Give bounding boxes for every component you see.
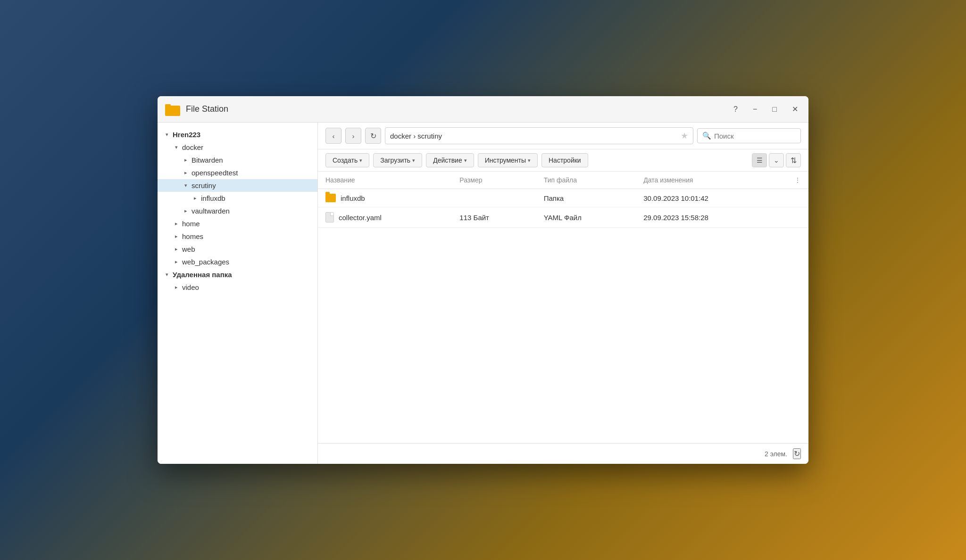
main-content: ▾Hren223▾docker▸Bitwarden▸openspeedtest▾… bbox=[158, 123, 808, 464]
favorite-star[interactable]: ★ bbox=[681, 131, 688, 141]
file-more[interactable] bbox=[787, 189, 808, 207]
upload-label: Загрузить bbox=[380, 156, 410, 164]
file-panel: ‹ › ↻ docker › scrutiny ★ 🔍 Создать ▾ bbox=[318, 123, 808, 464]
tools-caret: ▾ bbox=[528, 157, 531, 164]
app-title: File Station bbox=[186, 104, 731, 114]
column-header-modified[interactable]: Дата изменения bbox=[636, 172, 787, 189]
view-caret-button[interactable]: ⌄ bbox=[769, 153, 784, 167]
title-bar: File Station ? − □ ✕ bbox=[158, 96, 808, 123]
file-table: Название Размер Тип файла Дата изменения… bbox=[318, 172, 808, 443]
sidebar: ▾Hren223▾docker▸Bitwarden▸openspeedtest▾… bbox=[158, 123, 318, 464]
table-row[interactable]: collector.yaml113 БайтYAML Файл29.09.202… bbox=[318, 207, 808, 228]
search-input[interactable] bbox=[714, 132, 796, 140]
action-label: Действие bbox=[433, 156, 462, 164]
sidebar-item-bitwarden[interactable]: ▸Bitwarden bbox=[158, 154, 317, 166]
status-bar: 2 элем. ↻ bbox=[318, 443, 808, 464]
toggle-icon-web_packages: ▸ bbox=[173, 258, 180, 266]
file-name: collector.yaml bbox=[339, 214, 382, 222]
file-more[interactable] bbox=[787, 207, 808, 228]
toggle-icon-home: ▸ bbox=[173, 220, 180, 228]
upload-caret: ▾ bbox=[412, 157, 415, 164]
sidebar-item-web[interactable]: ▸web bbox=[158, 243, 317, 255]
sidebar-label-influxdb: influxdb bbox=[201, 194, 225, 202]
window-controls: ? − □ ✕ bbox=[731, 104, 801, 115]
table-row[interactable]: influxdbПапка30.09.2023 10:01:42 bbox=[318, 189, 808, 207]
toggle-icon-video: ▸ bbox=[173, 284, 180, 291]
settings-button[interactable]: Настройки bbox=[541, 153, 588, 167]
sidebar-item-home[interactable]: ▸home bbox=[158, 217, 317, 230]
path-bar[interactable]: docker › scrutiny ★ bbox=[385, 127, 693, 144]
sidebar-label-home: home bbox=[182, 220, 200, 228]
svg-rect-1 bbox=[165, 104, 171, 107]
column-header-more[interactable]: ⋮ bbox=[787, 172, 808, 189]
tools-button[interactable]: Инструменты ▾ bbox=[478, 153, 538, 167]
create-label: Создать bbox=[333, 156, 358, 164]
sidebar-label-openspeedtest: openspeedtest bbox=[192, 169, 238, 177]
toggle-icon-udalennaya: ▾ bbox=[163, 271, 171, 279]
search-icon: 🔍 bbox=[702, 132, 711, 140]
search-bar[interactable]: 🔍 bbox=[697, 128, 801, 143]
file-name-cell: collector.yaml bbox=[318, 207, 452, 228]
upload-button[interactable]: Загрузить ▾ bbox=[373, 153, 422, 167]
app-icon bbox=[165, 103, 180, 116]
file-station-window: File Station ? − □ ✕ ▾Hren223▾docker▸Bit… bbox=[158, 96, 808, 464]
file-size bbox=[452, 189, 536, 207]
create-caret: ▾ bbox=[359, 157, 362, 164]
back-button[interactable]: ‹ bbox=[325, 128, 341, 144]
forward-button[interactable]: › bbox=[345, 128, 361, 144]
file-modified: 30.09.2023 10:01:42 bbox=[636, 189, 787, 207]
action-toolbar: Создать ▾ Загрузить ▾ Действие ▾ Инструм… bbox=[318, 149, 808, 172]
file-modified: 29.09.2023 15:58:28 bbox=[636, 207, 787, 228]
nav-toolbar: ‹ › ↻ docker › scrutiny ★ 🔍 bbox=[318, 123, 808, 149]
sidebar-label-video: video bbox=[182, 283, 199, 291]
list-view-button[interactable]: ☰ bbox=[752, 153, 767, 167]
sidebar-label-bitwarden: Bitwarden bbox=[192, 156, 223, 164]
sidebar-label-docker: docker bbox=[182, 143, 203, 151]
create-button[interactable]: Создать ▾ bbox=[325, 153, 369, 167]
file-type: YAML Файл bbox=[536, 207, 636, 228]
sidebar-item-vaultwarden[interactable]: ▸vaultwarden bbox=[158, 205, 317, 217]
action-button[interactable]: Действие ▾ bbox=[426, 153, 474, 167]
table-header-row: Название Размер Тип файла Дата изменения… bbox=[318, 172, 808, 189]
help-button[interactable]: ? bbox=[731, 104, 741, 115]
toggle-icon-docker: ▾ bbox=[173, 144, 180, 151]
sidebar-item-scrutiny[interactable]: ▾scrutiny bbox=[158, 179, 317, 192]
tools-label: Инструменты bbox=[485, 156, 526, 164]
settings-label: Настройки bbox=[549, 156, 581, 164]
sidebar-label-web: web bbox=[182, 245, 195, 253]
sidebar-label-vaultwarden: vaultwarden bbox=[192, 207, 230, 215]
status-refresh-button[interactable]: ↻ bbox=[793, 448, 801, 459]
minimize-button[interactable]: − bbox=[750, 104, 760, 115]
refresh-nav-button[interactable]: ↻ bbox=[365, 128, 381, 144]
toggle-icon-hren223: ▾ bbox=[163, 131, 171, 139]
file-type: Папка bbox=[536, 189, 636, 207]
toggle-icon-web: ▸ bbox=[173, 246, 180, 253]
sidebar-item-udalennaya[interactable]: ▾Удаленная папка bbox=[158, 268, 317, 281]
action-caret: ▾ bbox=[464, 157, 467, 164]
sidebar-item-web_packages[interactable]: ▸web_packages bbox=[158, 255, 317, 268]
sidebar-label-web_packages: web_packages bbox=[182, 258, 229, 266]
sidebar-item-openspeedtest[interactable]: ▸openspeedtest bbox=[158, 166, 317, 179]
file-name: influxdb bbox=[341, 194, 365, 202]
sidebar-item-docker[interactable]: ▾docker bbox=[158, 141, 317, 154]
sidebar-item-video[interactable]: ▸video bbox=[158, 281, 317, 294]
sidebar-item-homes[interactable]: ▸homes bbox=[158, 230, 317, 243]
sort-button[interactable]: ⇅ bbox=[786, 153, 801, 167]
toggle-icon-bitwarden: ▸ bbox=[182, 156, 190, 164]
column-header-type[interactable]: Тип файла bbox=[536, 172, 636, 189]
view-buttons: ☰ ⌄ ⇅ bbox=[752, 153, 801, 167]
sidebar-item-influxdb[interactable]: ▸influxdb bbox=[158, 192, 317, 205]
toggle-icon-vaultwarden: ▸ bbox=[182, 207, 190, 215]
toggle-icon-influxdb: ▸ bbox=[192, 195, 199, 202]
column-header-size[interactable]: Размер bbox=[452, 172, 536, 189]
toggle-icon-scrutiny: ▾ bbox=[182, 182, 190, 189]
item-count: 2 элем. bbox=[765, 450, 787, 458]
column-header-name[interactable]: Название bbox=[318, 172, 452, 189]
file-name-cell: influxdb bbox=[318, 189, 452, 207]
sidebar-item-hren223[interactable]: ▾Hren223 bbox=[158, 128, 317, 141]
sidebar-label-homes: homes bbox=[182, 232, 203, 240]
toggle-icon-homes: ▸ bbox=[173, 233, 180, 240]
maximize-button[interactable]: □ bbox=[769, 104, 780, 115]
sidebar-label-hren223: Hren223 bbox=[173, 131, 200, 139]
close-button[interactable]: ✕ bbox=[789, 104, 801, 115]
